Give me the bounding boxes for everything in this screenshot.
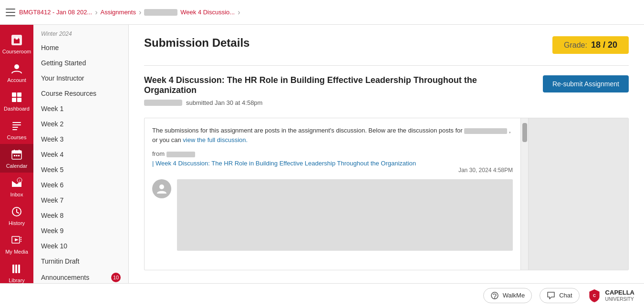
sidebar-item-dashboard[interactable]: Dashboard <box>0 87 33 115</box>
bottom-bar: WalkMe Chat C CAPELLA UNIVERSITY <box>0 283 644 307</box>
svg-point-2 <box>14 64 19 69</box>
resubmit-button[interactable]: Re-submit Assignment <box>543 75 629 92</box>
from-name-blurred <box>166 152 195 157</box>
svg-rect-10 <box>12 129 17 130</box>
top-bar: BMGT8412 - Jan 08 202... › Assignments ›… <box>0 0 644 25</box>
svg-point-1 <box>15 37 18 40</box>
svg-rect-3 <box>12 92 16 97</box>
dashboard-icon <box>10 91 23 104</box>
svg-rect-15 <box>14 155 15 156</box>
capella-text-block: CAPELLA UNIVERSITY <box>605 289 634 302</box>
nav-item-your-instructor[interactable]: Your Instructor <box>33 71 128 86</box>
nav-item-week-4[interactable]: Week 4 <box>33 147 128 162</box>
post-body <box>177 179 513 251</box>
nav-item-turnitin[interactable]: Turnitin Draft <box>33 254 128 269</box>
nav-item-week-1[interactable]: Week 1 <box>33 101 128 116</box>
sidebar-item-my-media[interactable]: My Media <box>0 230 33 258</box>
nav-item-week-6[interactable]: Week 6 <box>33 177 128 193</box>
svg-marker-22 <box>15 238 19 241</box>
nav-item-week-9[interactable]: Week 9 <box>33 223 128 238</box>
discussion-post-link[interactable]: | Week 4 Discussion: The HR Role in Buil… <box>152 160 416 167</box>
side-panel <box>528 118 628 270</box>
content-area: Submission Details Grade: 18 / 20 Week 4… <box>129 25 644 283</box>
svg-rect-7 <box>12 122 21 123</box>
sidebar-item-inbox[interactable]: 1 Inbox <box>0 173 33 201</box>
page-title: Submission Details <box>144 36 249 50</box>
svg-rect-8 <box>12 124 21 125</box>
nav-item-announcements[interactable]: Announcements 10 <box>33 269 128 283</box>
grade-badge: Grade: 18 / 20 <box>552 36 629 54</box>
assignment-info: Week 4 Discussion: The HR Role in Buildi… <box>144 75 478 114</box>
svg-rect-9 <box>12 127 18 128</box>
svg-rect-27 <box>15 265 17 273</box>
assignment-section: Week 4 Discussion: The HR Role in Buildi… <box>144 65 629 270</box>
breadcrumb-discussion[interactable]: Week 4 Discussio... <box>180 9 235 16</box>
hamburger-menu[interactable] <box>6 9 15 16</box>
sidebar-label-history: History <box>9 220 25 226</box>
submission-scroll-thumb[interactable] <box>522 123 527 142</box>
sidebar-label-courses: Courses <box>7 134 27 140</box>
sidebar-label-courseroom: Courseroom <box>2 49 31 54</box>
walkme-button[interactable]: WalkMe <box>483 288 532 303</box>
svg-rect-16 <box>16 155 18 156</box>
submitted-text: submitted Jan 30 at 4:58pm <box>186 99 262 106</box>
sidebar-item-history[interactable]: History <box>0 201 33 230</box>
capella-subtitle: UNIVERSITY <box>605 297 634 302</box>
sidebar-label-inbox: Inbox <box>10 192 23 197</box>
nav-item-course-resources[interactable]: Course Resources <box>33 86 128 101</box>
nav-item-week-10[interactable]: Week 10 <box>33 238 128 254</box>
nav-item-week-3[interactable]: Week 3 <box>33 132 128 147</box>
sidebar-label-dashboard: Dashboard <box>4 106 30 112</box>
breadcrumb-assignments[interactable]: Assignments <box>101 9 136 16</box>
svg-rect-4 <box>17 92 21 97</box>
view-full-discussion-link[interactable]: view the full discussion. <box>183 136 248 143</box>
calendar-icon <box>10 148 23 161</box>
nav-item-week-7[interactable]: Week 7 <box>33 193 128 208</box>
nav-item-week-5[interactable]: Week 5 <box>33 162 128 177</box>
course-nav: Winter 2024 Home Getting Started Your In… <box>33 25 129 283</box>
sidebar-item-courseroom[interactable]: Courseroom <box>0 30 33 58</box>
nav-item-getting-started[interactable]: Getting Started <box>33 55 128 71</box>
submission-intro-text: The submissions for this assignment are … <box>152 126 513 144</box>
sidebar-item-inbox-wrapper: 1 Inbox <box>0 173 33 201</box>
my-media-icon <box>10 234 23 247</box>
nav-item-home[interactable]: Home <box>33 40 128 55</box>
submission-content: The submissions for this assignment are … <box>145 118 520 270</box>
svg-rect-26 <box>12 265 14 273</box>
capella-name: CAPELLA <box>605 289 634 297</box>
walkme-icon <box>490 291 499 300</box>
capella-logo: C CAPELLA UNIVERSITY <box>587 288 634 303</box>
sidebar-item-account[interactable]: Account <box>0 58 33 87</box>
nav-item-week-8[interactable]: Week 8 <box>33 208 128 223</box>
chat-label: Chat <box>559 292 572 299</box>
breadcrumb-course[interactable]: BMGT8412 - Jan 08 202... <box>19 9 92 16</box>
nav-item-week-2[interactable]: Week 2 <box>33 116 128 132</box>
avatar <box>152 179 171 198</box>
svg-rect-12 <box>12 151 21 154</box>
sidebar-item-courses[interactable]: Courses <box>0 115 33 144</box>
chat-button[interactable]: Chat <box>540 288 579 303</box>
svg-rect-6 <box>17 98 21 102</box>
sidebar-label-calendar: Calendar <box>6 163 28 169</box>
breadcrumb-sep-3: › <box>238 8 240 17</box>
sidebar-item-library[interactable]: Library <box>0 258 33 283</box>
main-area: Courseroom Account Dashboard <box>0 25 644 283</box>
breadcrumb-sep-1: › <box>95 8 97 17</box>
sidebar-label-library: Library <box>9 277 25 283</box>
assignment-title: Week 4 Discussion: The HR Role in Buildi… <box>144 75 478 95</box>
walkme-label: WalkMe <box>503 292 525 299</box>
svg-text:C: C <box>593 293 596 298</box>
breadcrumb-sep-2: › <box>139 8 141 17</box>
svg-rect-5 <box>12 98 16 102</box>
assignment-top-row: Week 4 Discussion: The HR Role in Buildi… <box>144 75 629 114</box>
from-line: from <box>152 150 513 157</box>
submission-scrollbar[interactable] <box>520 118 528 270</box>
account-icon <box>10 62 23 75</box>
post-row <box>152 179 513 251</box>
svg-rect-28 <box>18 265 20 273</box>
courses-icon <box>10 119 23 133</box>
grade-label: Grade: <box>564 41 587 50</box>
svg-point-31 <box>159 184 164 189</box>
sidebar-label-account: Account <box>7 77 26 83</box>
sidebar-item-calendar[interactable]: Calendar <box>0 144 33 173</box>
